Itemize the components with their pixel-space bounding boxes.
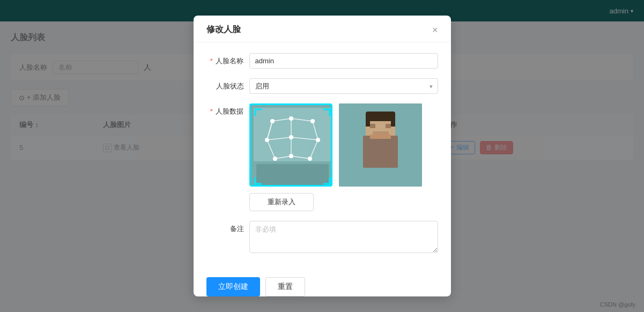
edit-face-modal: 修改人脸 × * 人脸名称 人脸状态 启用 [194,16,451,296]
name-label: * 人脸名称 [206,53,249,66]
svg-point-23 [289,154,293,158]
svg-point-19 [265,138,269,142]
name-input[interactable] [249,53,438,69]
face-data-form-item: * 人脸数据 [206,103,438,211]
svg-point-17 [289,116,293,121]
face-photo-box [339,103,422,187]
svg-point-20 [289,135,293,139]
svg-rect-27 [363,136,398,168]
modal-footer: 立即创建 重置 [194,275,451,296]
svg-rect-1 [254,108,331,161]
remark-form-item: 备注 [206,221,438,255]
face-mesh-svg [251,105,332,187]
face-photo-svg [339,103,422,187]
svg-rect-33 [373,131,389,135]
face-data-container [249,103,438,187]
remark-field-wrap [249,221,438,255]
reenter-button[interactable]: 重新录入 [249,193,314,211]
svg-rect-31 [370,124,375,128]
svg-point-18 [310,119,315,123]
svg-rect-29 [366,118,370,127]
remark-label: 备注 [206,221,249,234]
modal-title: 修改人脸 [206,24,241,35]
reset-button[interactable]: 重置 [265,277,305,296]
svg-rect-30 [391,118,395,127]
remark-textarea[interactable] [249,221,438,253]
close-icon[interactable]: × [432,25,438,35]
svg-point-22 [273,157,277,161]
svg-rect-32 [386,124,391,128]
modal-body: * 人脸名称 人脸状态 启用 禁用 ▾ [194,42,451,275]
status-label: 人脸状态 [206,78,249,91]
svg-rect-2 [256,164,329,185]
modal-header: 修改人脸 × [194,16,451,42]
status-field-wrap: 启用 禁用 ▾ [249,78,438,94]
name-field-wrap [249,53,438,69]
name-form-item: * 人脸名称 [206,53,438,69]
svg-rect-28 [366,112,395,121]
required-star-2: * [210,107,213,115]
required-star: * [210,57,213,65]
svg-rect-34 [370,135,391,139]
face-data-content: 重新录入 [249,103,438,211]
svg-point-24 [308,157,312,161]
status-select[interactable]: 启用 禁用 [249,78,438,94]
submit-button[interactable]: 立即创建 [206,277,260,296]
modal-overlay: 修改人脸 × * 人脸名称 人脸状态 启用 [0,0,644,312]
svg-point-16 [270,119,275,123]
face-scan-box [249,103,332,187]
face-scan-inner [251,105,331,185]
status-form-item: 人脸状态 启用 禁用 ▾ [206,78,438,94]
face-data-label: * 人脸数据 [206,103,249,116]
svg-point-21 [316,138,320,142]
